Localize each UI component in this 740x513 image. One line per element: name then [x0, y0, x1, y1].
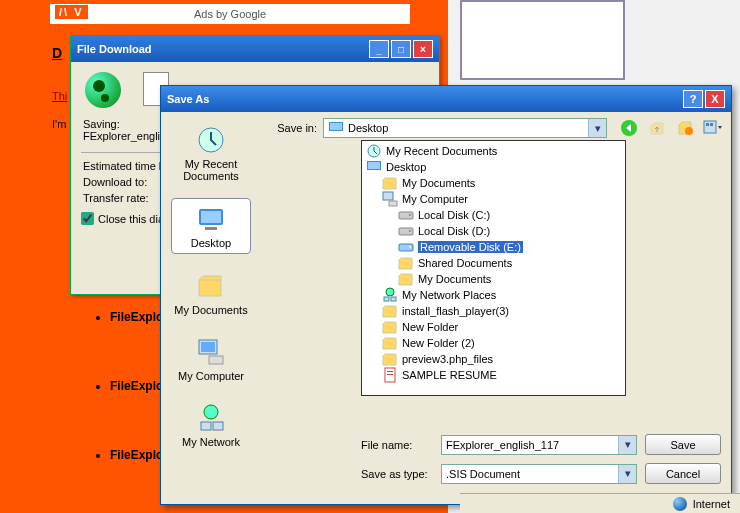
save-in-label: Save in:: [269, 122, 317, 134]
network-icon: [195, 402, 227, 434]
maximize-button[interactable]: □: [391, 40, 411, 58]
tree-item[interactable]: New Folder: [364, 319, 623, 335]
tree-item[interactable]: My Network Places: [364, 287, 623, 303]
new-folder-button[interactable]: [675, 118, 695, 138]
tree-item-label: Desktop: [386, 161, 426, 173]
places-bar: My Recent Documents Desktop My Documents…: [161, 112, 261, 504]
computer-icon: [195, 336, 227, 368]
sidebar-item-computer[interactable]: My Computer: [171, 332, 251, 386]
svg-point-7: [204, 405, 218, 419]
sidebar-item-network[interactable]: My Network: [171, 398, 251, 452]
close-button[interactable]: ×: [413, 40, 433, 58]
folder-icon: [382, 319, 398, 335]
tree-item[interactable]: Shared Documents: [364, 255, 623, 271]
svg-rect-19: [368, 162, 380, 169]
save-button[interactable]: Save: [645, 434, 721, 455]
tree-item[interactable]: Local Disk (D:): [364, 223, 623, 239]
svg-rect-26: [399, 244, 413, 251]
estimated-time-label: Estimated time l: [83, 160, 161, 172]
svg-rect-29: [384, 297, 389, 301]
tree-item[interactable]: My Documents: [364, 271, 623, 287]
tree-item-label: install_flash_player(3): [402, 305, 509, 317]
logo-box: /\ V: [55, 5, 88, 19]
transfer-rate-label: Transfer rate:: [83, 192, 149, 204]
tree-item-label: Local Disk (D:): [418, 225, 490, 237]
back-button[interactable]: [619, 118, 639, 138]
desktop-icon: [328, 120, 344, 136]
tree-item[interactable]: New Folder (2): [364, 335, 623, 351]
filename-input[interactable]: FExplorer_english_117 ▾: [441, 435, 637, 455]
svg-rect-14: [704, 121, 716, 133]
tree-item-label: Local Disk (C:): [418, 209, 490, 221]
folder-icon: [382, 351, 398, 367]
tree-item-label: My Recent Documents: [386, 145, 497, 157]
save-as-titlebar[interactable]: Save As ? X: [161, 86, 731, 112]
tree-item[interactable]: preview3.php_files: [364, 351, 623, 367]
tree-item[interactable]: Removable Disk (E:): [364, 239, 623, 255]
svg-rect-24: [399, 228, 413, 235]
file-icon: [382, 367, 398, 383]
help-button[interactable]: ?: [683, 90, 703, 108]
svg-rect-5: [201, 342, 215, 352]
close-dialog-checkbox-row[interactable]: Close this dia: [81, 212, 164, 225]
tree-item[interactable]: My Documents: [364, 175, 623, 191]
tree-item-label: Shared Documents: [418, 257, 512, 269]
minimize-button[interactable]: _: [369, 40, 389, 58]
svg-rect-21: [389, 201, 397, 206]
dropdown-arrow-icon[interactable]: ▾: [618, 436, 636, 454]
close-dialog-checkbox[interactable]: [81, 212, 94, 225]
svg-rect-22: [399, 212, 413, 219]
saving-label: Saving:: [83, 118, 160, 130]
svg-rect-8: [201, 422, 211, 430]
tree-item[interactable]: Desktop: [364, 159, 623, 175]
dropdown-arrow-icon[interactable]: ▾: [618, 465, 636, 483]
sidebar-item-label: My Network: [182, 436, 240, 448]
tree-item-label: My Computer: [402, 193, 468, 205]
tree-item[interactable]: install_flash_player(3): [364, 303, 623, 319]
remdisk-icon: [398, 239, 414, 255]
svg-rect-11: [330, 123, 342, 130]
save-as-title: Save As: [167, 93, 683, 105]
bg-link[interactable]: Thi: [52, 90, 67, 102]
tree-item-label: My Network Places: [402, 289, 496, 301]
svg-rect-32: [387, 371, 393, 372]
tree-item[interactable]: SAMPLE RESUME: [364, 367, 623, 383]
tree-item-label: My Documents: [402, 177, 475, 189]
file-download-titlebar[interactable]: File Download _ □ ×: [71, 36, 439, 62]
save-in-tree[interactable]: My Recent DocumentsDesktopMy DocumentsMy…: [361, 140, 626, 396]
disk-icon: [398, 223, 414, 239]
bg-heading: D: [52, 45, 62, 61]
folder-icon: [382, 175, 398, 191]
folder-icon: [398, 271, 414, 287]
view-menu-button[interactable]: [703, 118, 723, 138]
svg-rect-2: [201, 211, 221, 223]
cancel-button[interactable]: Cancel: [645, 463, 721, 484]
ads-text: Ads by Google: [194, 8, 266, 20]
svg-point-13: [685, 127, 693, 135]
svg-rect-33: [387, 374, 393, 375]
dropdown-arrow-icon[interactable]: ▾: [588, 119, 606, 137]
folder-icon: [382, 335, 398, 351]
sidebar-item-label: My Computer: [178, 370, 244, 382]
save-in-value: Desktop: [348, 122, 388, 134]
sidebar-item-recent[interactable]: My Recent Documents: [171, 120, 251, 186]
svg-rect-15: [706, 123, 709, 126]
tree-item-label: SAMPLE RESUME: [402, 369, 497, 381]
bg-text: I'm: [52, 118, 66, 130]
sidebar-item-desktop[interactable]: Desktop: [171, 198, 251, 254]
up-button[interactable]: [647, 118, 667, 138]
svg-rect-9: [213, 422, 223, 430]
sidebar-item-documents[interactable]: My Documents: [171, 266, 251, 320]
sidebar-item-label: My Recent Documents: [173, 158, 249, 182]
save-type-label: Save as type:: [361, 468, 433, 480]
tree-item[interactable]: My Computer: [364, 191, 623, 207]
status-bar: Internet: [460, 493, 740, 513]
tree-item[interactable]: Local Disk (C:): [364, 207, 623, 223]
tree-item-label: Removable Disk (E:): [418, 241, 523, 253]
save-in-dropdown[interactable]: Desktop ▾: [323, 118, 607, 138]
close-button[interactable]: X: [705, 90, 725, 108]
download-to-label: Download to:: [83, 176, 147, 188]
tree-item[interactable]: My Recent Documents: [364, 143, 623, 159]
close-dialog-label: Close this dia: [98, 213, 164, 225]
save-type-dropdown[interactable]: .SIS Document ▾: [441, 464, 637, 484]
